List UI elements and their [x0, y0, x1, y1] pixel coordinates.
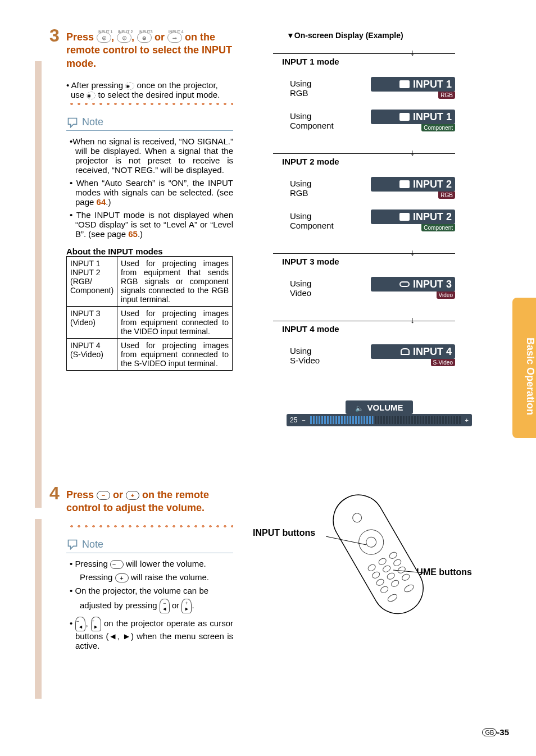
note-icon-4 — [66, 539, 79, 550]
l5c: , — [117, 631, 122, 641]
osd-badge: INPUT 1Component — [371, 110, 455, 132]
cell-r1c2: Used for projecting images from equipmen… — [117, 257, 233, 307]
badge-text: INPUT 1 — [413, 111, 452, 123]
cell-r3c2: Used for projecting images from equipmen… — [117, 339, 233, 371]
mode-desc: UsingS-Video — [290, 346, 320, 365]
osd-title-text: On-screen Display (Example) — [294, 31, 403, 40]
note-label-4: Note — [82, 539, 103, 550]
input2-button-icon: ⦾INPUT 2 — [117, 33, 131, 43]
mode-label: INPUT 3 mode — [278, 257, 344, 266]
input3-button-icon: ⊝INPUT3 — [137, 33, 152, 43]
after-a: After pressing — [71, 80, 126, 90]
vol-value: 25 — [290, 416, 297, 424]
projector-right-btn-icon: +► — [181, 599, 192, 613]
note3-tail: .) — [138, 229, 143, 239]
mode-row: UsingComponentINPUT 1Component — [290, 110, 455, 132]
l2b: will raise the volume. — [129, 572, 209, 582]
note3-text: The INPUT mode is not displayed when “OS… — [75, 210, 233, 239]
badge-sub: Video — [437, 292, 455, 299]
note-item-3: • The INPUT mode is not displayed when “… — [70, 210, 233, 239]
page-link-65: 65 — [128, 229, 138, 239]
badge-text: INPUT 3 — [413, 279, 452, 290]
s4-line5: • −◄, +► on the projector operate as cur… — [70, 617, 233, 650]
vol-minus-sign: − — [302, 417, 305, 423]
region-badge: GB — [482, 728, 497, 736]
table-caption: About the INPUT modes — [66, 247, 233, 256]
svg-rect-0 — [324, 486, 433, 618]
vol-minus-icon: − — [97, 491, 110, 500]
osd-badge: INPUT 4S-Video — [371, 344, 455, 367]
signal-icon — [401, 348, 410, 355]
mode-row: UsingRGBINPUT 2RGB — [290, 177, 455, 199]
mode-row: UsingRGBINPUT 1RGB — [290, 77, 455, 99]
note-heading-4: Note — [66, 539, 233, 553]
note-label: Note — [82, 116, 103, 128]
l2a: Pressing — [80, 572, 115, 582]
badge-sub: Component — [421, 124, 455, 131]
signal-icon — [399, 80, 410, 88]
table-row: INPUT 3 (Video)Used for projecting image… — [67, 307, 233, 339]
note-icon — [66, 117, 79, 128]
mode-desc: UsingComponent — [290, 111, 334, 130]
input4-label: INPUT 4 — [165, 27, 187, 37]
page-num-value: -35 — [497, 727, 509, 737]
l4a: adjusted by pressing — [80, 600, 160, 610]
input1-button-icon: ⦾INPUT 1 — [97, 33, 111, 43]
volume-bars — [310, 416, 461, 424]
step-4-block: 4 Press − or + on the remote control to … — [39, 489, 233, 654]
volume-osd: VOLUME 25 − + — [287, 400, 472, 426]
mode-desc: UsingVideo — [290, 279, 311, 298]
step-number-4: 4 — [49, 483, 60, 504]
signal-icon — [399, 213, 410, 221]
l3: On the projector, the volume can be — [75, 586, 208, 595]
cell-r2c1: INPUT 3 (Video) — [67, 307, 117, 339]
mode-group: ↓INPUT 1 modeUsingRGBINPUT 1RGBUsingComp… — [273, 48, 483, 143]
side-tab: Basic Operation — [512, 298, 536, 438]
vol-plus-icon-2: + — [115, 573, 129, 582]
mode-label: INPUT 1 mode — [278, 57, 344, 66]
l1b: will lower the volume. — [124, 559, 206, 568]
input4-button-icon: ⊸INPUT 4 — [167, 33, 182, 43]
table-row: INPUT 4 (S-Video)Used for projecting ima… — [67, 339, 233, 371]
projector-input-icon: ◉ — [125, 82, 134, 90]
speaker-icon — [355, 403, 364, 412]
mode-label: INPUT 2 mode — [278, 157, 344, 166]
cell-r1c1: INPUT 1 INPUT 2 (RGB/ Component) — [67, 257, 117, 307]
step-number-3: 3 — [49, 25, 60, 46]
note-heading: Note — [66, 116, 233, 131]
input-modes-table: INPUT 1 INPUT 2 (RGB/ Component)Used for… — [66, 256, 233, 371]
note1-text: When no signal is received, “NO SIGNAL.”… — [72, 136, 233, 175]
table-row: INPUT 1 INPUT 2 (RGB/ Component)Used for… — [67, 257, 233, 307]
osd-badge: INPUT 2RGB — [371, 177, 455, 199]
input2-label: INPUT 2 — [114, 27, 137, 37]
osd-examples: On-screen Display (Example) ↓INPUT 1 mod… — [253, 31, 483, 426]
badge-text: INPUT 2 — [413, 179, 452, 190]
step-3-block: 3 Press ⦾INPUT 1, ⦾INPUT 2, ⊝INPUT3 or ⊸… — [39, 31, 233, 371]
mode-row: UsingS-VideoINPUT 4S-Video — [290, 344, 455, 367]
step-bar — [35, 61, 42, 508]
step-bar-4 — [35, 519, 42, 699]
projector-left-btn-icon-2: −◄ — [75, 617, 85, 631]
badge-sub: RGB — [438, 92, 455, 99]
osd-badge: INPUT 1RGB — [371, 77, 455, 99]
cell-r3c1: INPUT 4 (S-Video) — [67, 339, 117, 371]
osd-badge: INPUT 3Video — [371, 277, 455, 299]
badge-text: INPUT 1 — [413, 79, 452, 90]
input1-label: INPUT 1 — [94, 27, 116, 37]
mode-row: UsingComponentINPUT 2Component — [290, 210, 455, 232]
signal-icon — [399, 113, 410, 121]
after-c: to select the desired input mode. — [96, 90, 220, 99]
vol-plus-icon: + — [126, 491, 139, 500]
s4-line4: adjusted by pressing −◄ or +►. — [70, 599, 233, 613]
l1a: Pressing — [75, 559, 110, 568]
projector-right-btn-icon-2: +► — [91, 617, 101, 631]
vol-minus-icon-2: − — [110, 560, 124, 569]
step4-notes: • Pressing − will lower the volume. Pres… — [70, 559, 233, 650]
dot-divider — [66, 102, 233, 106]
page-number: GB-35 — [482, 727, 509, 737]
l4b: or — [170, 600, 182, 610]
s4-line2: Pressing + will raise the volume. — [70, 572, 233, 582]
step-4-title: Press − or + on the remote control to ad… — [66, 489, 233, 515]
input3-label: INPUT3 — [134, 27, 157, 37]
mode-row: UsingVideoINPUT 3Video — [290, 277, 455, 299]
